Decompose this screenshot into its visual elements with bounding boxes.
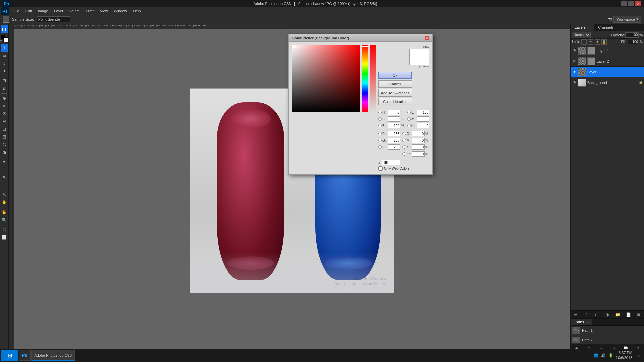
new-layer-btn[interactable]: 📄 — [625, 312, 631, 318]
layer-item-layer2[interactable]: 👁 Layer 2 — [571, 56, 644, 67]
show-desktop-btn[interactable]: ▭ — [635, 353, 640, 358]
hex-input[interactable] — [382, 160, 400, 165]
L-radio[interactable] — [407, 111, 411, 114]
G-radio[interactable] — [378, 139, 382, 142]
path-item-2[interactable]: Path 2 — [571, 335, 644, 345]
magic-wand-tool[interactable]: ✦ — [1, 67, 8, 75]
crop-tool[interactable]: ⊡ — [1, 77, 8, 84]
hue-input[interactable] — [388, 110, 400, 115]
taskbar-item-ps-icon[interactable]: Ps — [19, 350, 31, 361]
lock-transparent-btn[interactable]: ⊡ — [581, 39, 587, 45]
eraser-tool[interactable]: ◻ — [1, 125, 8, 133]
new-group-btn[interactable]: 📁 — [615, 312, 621, 318]
menu-file[interactable]: File — [11, 8, 22, 14]
color-field[interactable] — [292, 45, 360, 112]
b-input[interactable] — [417, 123, 429, 128]
alpha-slider[interactable] — [370, 45, 376, 112]
minimize-button[interactable]: − — [621, 1, 627, 6]
a-radio[interactable] — [407, 117, 411, 121]
only-web-colors-checkbox[interactable] — [378, 166, 383, 171]
workspace-button[interactable]: Workspace ▾ — [613, 16, 641, 23]
switch-colors-icon[interactable]: ⇄ — [6, 34, 9, 37]
Y-radio[interactable] — [402, 145, 406, 149]
menu-select[interactable]: Select — [67, 8, 83, 14]
dodge-tool[interactable]: ◑ — [1, 148, 8, 156]
layer-mask-btn[interactable]: ◻ — [594, 312, 600, 318]
hue-radio[interactable] — [378, 111, 382, 114]
a-input[interactable] — [417, 116, 429, 122]
menu-layer[interactable]: Layer — [51, 8, 66, 14]
menu-help[interactable]: Help — [130, 8, 144, 14]
menu-window[interactable]: Window — [111, 8, 130, 14]
rectangle-select-tool[interactable]: ▭ — [1, 52, 8, 59]
M-radio[interactable] — [402, 139, 406, 142]
layer-effects-btn[interactable]: ƒ — [583, 312, 589, 318]
lasso-tool[interactable]: ⌾ — [1, 60, 8, 67]
blur-tool[interactable]: ◎ — [1, 141, 8, 148]
slice-tool[interactable]: ⧉ — [1, 85, 8, 92]
tab-channels[interactable]: Channels — [594, 24, 618, 31]
path-item-1[interactable]: Path 1 — [571, 326, 644, 335]
menu-filter[interactable]: Filter — [83, 8, 96, 14]
menu-edit[interactable]: Edit — [23, 8, 35, 14]
menu-image[interactable]: Image — [35, 8, 51, 14]
K-input[interactable] — [412, 151, 425, 157]
taskbar-item-photoshop[interactable]: Adobe Photoshop CS3 — [31, 350, 75, 361]
R-radio[interactable] — [378, 132, 382, 135]
default-colors-icon[interactable]: ◻ — [0, 40, 2, 43]
lock-image-btn[interactable]: ✏ — [588, 39, 593, 45]
text-tool[interactable]: T — [1, 166, 8, 173]
stamp-tool[interactable]: ✇ — [1, 110, 8, 117]
adjustment-layer-btn[interactable]: ◑ — [604, 312, 610, 318]
fill-input[interactable] — [628, 40, 638, 44]
menu-view[interactable]: View — [97, 8, 111, 14]
dialog-close-button[interactable]: ✕ — [425, 36, 429, 40]
lock-position-btn[interactable]: ✛ — [595, 39, 600, 45]
G-input[interactable] — [388, 138, 400, 143]
move-tool[interactable]: ✛ — [1, 44, 8, 52]
notes-tool[interactable]: ✎ — [1, 191, 8, 198]
tab-layers[interactable]: Layers × — [571, 24, 594, 31]
cancel-button[interactable]: Cancel — [378, 80, 412, 88]
layers-tab-close[interactable]: × — [588, 26, 590, 29]
eyedropper-tool[interactable]: ✋ — [1, 199, 8, 206]
fg-bg-color-picker[interactable]: ⇄ ◻ — [1, 35, 8, 42]
history-brush-tool[interactable]: ↩ — [1, 118, 8, 125]
layer1-visibility-icon[interactable]: 👁 — [572, 48, 577, 53]
hand-tool[interactable]: 🖐 — [1, 208, 8, 216]
layer-item-layer1[interactable]: 👁 Layer 1 — [571, 45, 644, 56]
B2-input[interactable] — [388, 144, 400, 150]
healing-brush-tool[interactable]: ⊕ — [1, 95, 8, 102]
C-radio[interactable] — [402, 132, 406, 135]
opacity-input[interactable] — [625, 32, 639, 38]
brush-tool[interactable]: ✏ — [1, 102, 8, 110]
add-to-swatches-button[interactable]: Add To Swatches — [378, 89, 412, 97]
delete-layer-btn[interactable]: 🗑 — [636, 312, 642, 318]
brightness-radio[interactable] — [378, 124, 382, 127]
saturation-radio[interactable] — [378, 117, 382, 121]
lock-all-btn[interactable]: 🔒 — [601, 39, 607, 45]
L-input[interactable] — [417, 110, 429, 115]
Y-input[interactable] — [412, 144, 425, 150]
close-button[interactable]: ✕ — [635, 1, 641, 6]
R-input[interactable] — [388, 131, 400, 136]
layer-item-background[interactable]: 👁 Background 🔒 — [571, 77, 644, 88]
background-visibility-icon[interactable]: 👁 — [572, 80, 577, 85]
start-button[interactable]: ⊞ — [1, 350, 18, 361]
M-input[interactable] — [412, 138, 425, 143]
C-input[interactable] — [412, 131, 425, 136]
tab-paths[interactable]: Paths × — [571, 319, 592, 325]
blend-mode-select[interactable]: Normal Multiply Screen — [572, 32, 591, 38]
color-libraries-button[interactable]: Color Libraries — [378, 98, 412, 105]
b-radio[interactable] — [407, 124, 411, 127]
path-select-tool[interactable]: ↖ — [1, 174, 8, 181]
layer3-visibility-icon[interactable]: 👁 — [572, 70, 577, 74]
pen-tool[interactable]: ✒ — [1, 158, 8, 166]
paths-tab-close[interactable]: × — [586, 321, 588, 324]
screen-mode-btn[interactable]: ⬜ — [1, 234, 8, 241]
zoom-tool[interactable]: 🔍 — [1, 216, 8, 224]
link-layers-btn[interactable]: ⛓ — [573, 312, 579, 318]
saturation-input[interactable] — [388, 116, 400, 122]
samplesize-input[interactable] — [37, 16, 70, 22]
quick-mask-btn[interactable]: ⬡ — [1, 226, 8, 233]
